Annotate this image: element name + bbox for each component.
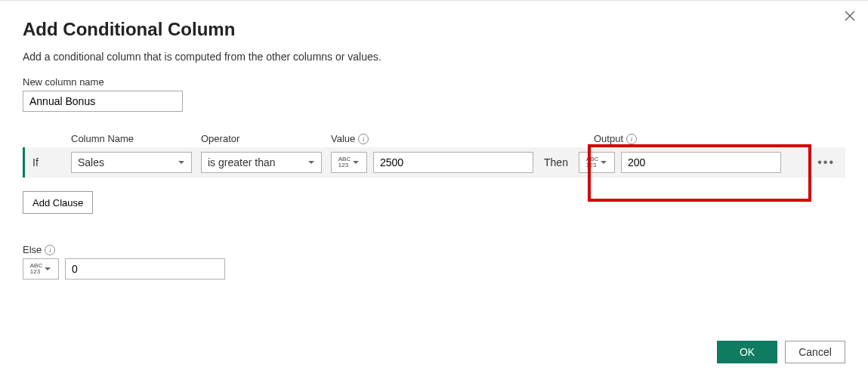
chevron-down-icon [307, 156, 315, 168]
else-label-text: Else [23, 244, 42, 255]
output-type-button[interactable]: ABC 123 [579, 152, 615, 173]
new-column-name-input[interactable] [23, 91, 183, 112]
value-type-button[interactable]: ABC 123 [331, 152, 367, 173]
svg-marker-2 [178, 161, 184, 164]
info-icon[interactable]: i [626, 134, 637, 144]
operator-value: is greater than [208, 156, 276, 168]
add-clause-button[interactable]: Add Clause [23, 191, 93, 214]
clause-row: If Sales is greater than ABC 123 Then AB… [23, 147, 845, 178]
new-column-name-label: New column name [23, 76, 845, 88]
chevron-down-icon [178, 156, 185, 168]
operator-select[interactable]: is greater than [201, 152, 322, 173]
if-label: If [25, 156, 71, 168]
abc123-icon: ABC 123 [586, 156, 598, 168]
else-section: Else i ABC 123 [23, 244, 845, 280]
operator-header: Operator [201, 133, 331, 144]
svg-marker-5 [601, 161, 607, 164]
then-label: Then [533, 156, 579, 168]
info-icon[interactable]: i [358, 134, 369, 144]
abc123-icon: ABC 123 [338, 156, 351, 168]
column-name-value: Sales [78, 156, 104, 168]
value-header-text: Value [331, 133, 355, 144]
column-name-select[interactable]: Sales [71, 152, 192, 173]
dialog-title: Add Conditional Column [23, 19, 845, 40]
more-options-button[interactable]: ••• [813, 156, 839, 169]
dialog-footer: OK Cancel [717, 341, 845, 363]
clause-headers: Column Name Operator Value i Output i [23, 133, 845, 144]
value-header: Value i [331, 133, 550, 144]
ok-button[interactable]: OK [717, 341, 777, 363]
close-icon [844, 10, 856, 22]
svg-marker-3 [308, 161, 314, 164]
close-button[interactable] [844, 10, 856, 26]
else-value-input[interactable] [65, 258, 225, 280]
add-conditional-column-dialog: Add Conditional Column Add a conditional… [0, 1, 868, 380]
svg-marker-4 [353, 161, 359, 164]
ellipsis-icon: ••• [817, 156, 835, 168]
abc123-icon: ABC 123 [30, 263, 42, 275]
value-input[interactable] [373, 152, 533, 173]
column-name-header: Column Name [71, 133, 201, 144]
output-header: Output i [594, 133, 798, 144]
dialog-subtitle: Add a conditional column that is compute… [23, 51, 845, 63]
output-header-text: Output [594, 133, 623, 144]
chevron-down-icon [44, 263, 51, 275]
else-type-button[interactable]: ABC 123 [23, 258, 59, 280]
chevron-down-icon [352, 156, 360, 168]
chevron-down-icon [600, 156, 607, 168]
cancel-button[interactable]: Cancel [785, 341, 845, 363]
info-icon[interactable]: i [45, 245, 55, 255]
output-input[interactable] [621, 152, 781, 173]
svg-marker-6 [45, 267, 51, 270]
